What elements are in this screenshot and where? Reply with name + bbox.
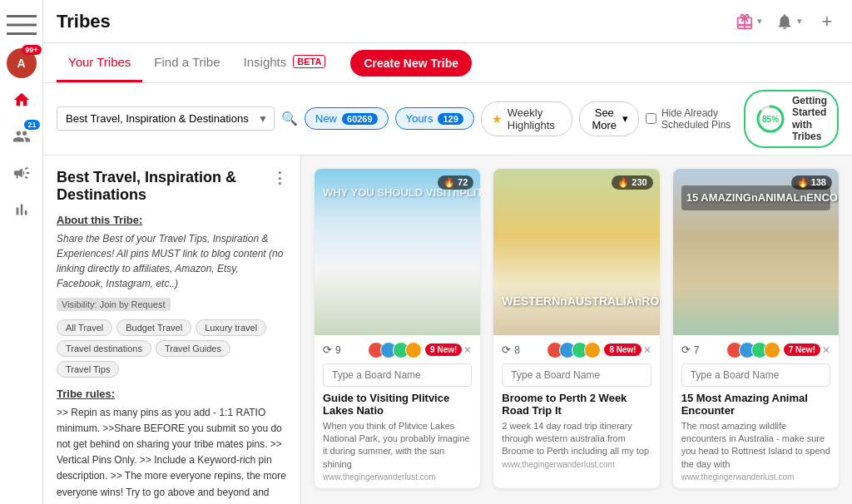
tab-your-tribes[interactable]: Your Tribes	[57, 43, 142, 82]
header: Tribes ▾ ▾ +	[43, 0, 852, 43]
pin-title: Guide to Visiting Plitvice Lakes Natio	[323, 392, 472, 417]
star-icon: ★	[492, 112, 503, 126]
pin-heat-count: 138	[811, 177, 826, 187]
chip-weekly[interactable]: ★ Weekly Highlights	[481, 101, 572, 136]
main-content: Tribes ▾ ▾ + Your Tribes Find a Tribe In…	[43, 0, 852, 504]
tribe-tag[interactable]: Luxury travel	[196, 319, 266, 336]
sidebar-item-home[interactable]	[7, 85, 37, 115]
svg-rect-0	[7, 15, 37, 17]
chip-yours-label: Yours	[406, 112, 433, 125]
mini-avatar	[405, 342, 422, 358]
pin-title: Broome to Perth 2 Week Road Trip It	[502, 392, 651, 417]
pin-heat-badge: 🔥 72	[438, 175, 473, 190]
pin-desc: 2 week 14 day road trip itinerary throug…	[502, 420, 651, 458]
hide-scheduled-checkbox[interactable]	[646, 113, 656, 124]
tribe-rules-text: >> Repin as many pins as you add - 1:1 R…	[57, 405, 287, 504]
pin-card: 🔥 138 ⟳ 7 7 New! ✕	[673, 169, 839, 489]
flame-icon: 🔥	[797, 177, 809, 188]
dismiss-button[interactable]: ✕	[822, 344, 830, 356]
header-actions: ▾ ▾ +	[736, 10, 839, 33]
pin-url: www.thegingerwanderlust.com	[502, 460, 651, 469]
hamburger-menu-icon[interactable]	[7, 10, 37, 40]
about-tribe-title: About this Tribe:	[57, 214, 287, 226]
see-more-button[interactable]: See More ▾	[579, 101, 639, 136]
tribe-options-button[interactable]: ⋮	[272, 169, 287, 187]
tribe-name-header: Best Travel, Inspiration & Destinations …	[57, 169, 287, 204]
add-button[interactable]: +	[815, 10, 839, 33]
board-name-input[interactable]	[323, 363, 472, 387]
pin-title: 15 Most Amazing Animal Encounter	[681, 392, 830, 417]
hide-scheduled-label[interactable]: Hide Already Scheduled Pins	[646, 107, 734, 131]
pin-actions-row: ⟳ 7 7 New! ✕	[681, 342, 830, 358]
tabs-row: Your Tribes Find a Tribe Insights BETA C…	[43, 43, 852, 83]
pin-heat-count: 230	[632, 177, 646, 187]
pin-image-wrapper: 🔥 230	[493, 169, 659, 335]
filter-bar: Best Travel, Inspiration & Destinations …	[43, 83, 852, 156]
users-badge: 21	[24, 120, 39, 130]
filter-search-icon[interactable]: 🔍	[281, 111, 298, 126]
pins-grid: 🔥 72 ⟳ 9 9 New! ✕	[301, 156, 852, 504]
create-new-tribe-button[interactable]: Create New Tribe	[350, 50, 472, 77]
flame-icon: 🔥	[617, 177, 629, 188]
mini-avatar	[764, 342, 780, 358]
getting-started-widget[interactable]: 85% Getting Started with Tribes	[744, 90, 839, 148]
tribe-tag[interactable]: All Travel	[57, 319, 112, 336]
pin-repin-count: ⟳ 7	[681, 343, 700, 356]
page-title: Tribes	[57, 11, 111, 32]
beta-badge: BETA	[293, 55, 325, 68]
avatar-row: 7 New! ✕	[731, 342, 830, 358]
pin-desc: The most amazing wildlife encounters in …	[681, 420, 830, 472]
pin-image-wrapper: 🔥 72	[315, 169, 480, 335]
content-area: Best Travel, Inspiration & Destinations …	[43, 156, 852, 504]
chip-new-count: 60269	[342, 113, 378, 125]
tribe-select[interactable]: Best Travel, Inspiration & Destinations	[57, 106, 275, 131]
dismiss-button[interactable]: ✕	[643, 344, 651, 356]
tribe-tags-row: All TravelBudget TravelLuxury travelTrav…	[57, 319, 287, 378]
pin-desc: When you think of Plitvice Lakes Nationa…	[323, 420, 472, 472]
weekly-highlights-label: Weekly Highlights	[508, 106, 562, 131]
pin-card: 🔥 72 ⟳ 9 9 New! ✕	[315, 169, 480, 489]
tab-find-a-tribe[interactable]: Find a Tribe	[142, 43, 231, 82]
tribe-tag[interactable]: Travel Guides	[156, 340, 230, 357]
user-avatar[interactable]: A 99+	[7, 48, 37, 78]
tribe-tag[interactable]: Budget Travel	[116, 319, 191, 336]
pin-card-footer: ⟳ 9 9 New! ✕ Guide to Visiting Plitvice …	[315, 335, 480, 489]
pin-image-wrapper: 🔥 138	[673, 169, 839, 335]
chip-yours[interactable]: Yours 129	[395, 107, 474, 130]
tribe-tag[interactable]: Travel Tips	[57, 361, 119, 378]
filter-right: Hide Already Scheduled Pins 85% Getting …	[646, 90, 839, 148]
pin-url: www.thegingerwanderlust.com	[681, 472, 830, 482]
tribe-tag[interactable]: Travel destinations	[57, 340, 151, 357]
new-count-badge: 9 New!	[425, 343, 462, 356]
tribe-about-text: Share the Best of your Travel Tips, Insp…	[57, 231, 287, 291]
new-count-badge: 8 New!	[604, 343, 641, 356]
tab-insights[interactable]: Insights BETA	[232, 43, 338, 82]
pin-heat-badge: 🔥 138	[791, 175, 832, 190]
flame-icon: 🔥	[443, 177, 455, 188]
getting-started-label: Getting Started with Tribes	[792, 95, 827, 143]
avatar-row: 9 New! ✕	[372, 342, 472, 358]
board-name-input[interactable]	[502, 363, 651, 387]
pin-actions-row: ⟳ 9 9 New! ✕	[323, 342, 472, 358]
repin-icon: ⟳	[502, 343, 511, 356]
pin-repin-count: ⟳ 9	[323, 343, 341, 356]
mini-avatar	[584, 342, 601, 358]
chip-yours-count: 129	[438, 113, 463, 125]
chip-new[interactable]: New 60269	[305, 107, 389, 130]
tribe-rules-title: Tribe rules:	[57, 388, 287, 400]
repin-number: 8	[514, 344, 520, 356]
chip-new-label: New	[315, 112, 337, 125]
sidebar-item-users[interactable]: 21	[7, 121, 37, 151]
pin-heat-badge: 🔥 230	[612, 175, 652, 190]
notification-button[interactable]: ▾	[775, 12, 802, 31]
gift-button[interactable]: ▾	[736, 12, 762, 31]
sidebar-item-chart[interactable]	[7, 195, 37, 225]
board-name-input[interactable]	[681, 363, 830, 387]
tribe-name-text: Best Travel, Inspiration & Destinations	[57, 169, 272, 204]
sidebar-item-megaphone[interactable]	[7, 158, 37, 188]
repin-icon: ⟳	[323, 343, 332, 356]
pin-card-footer: ⟳ 7 7 New! ✕ 15 Most Amazing Animal Enco…	[673, 335, 839, 489]
progress-text: 85%	[762, 114, 779, 123]
pin-url: www.thegingerwanderlust.com	[323, 472, 472, 482]
dismiss-button[interactable]: ✕	[463, 344, 472, 356]
